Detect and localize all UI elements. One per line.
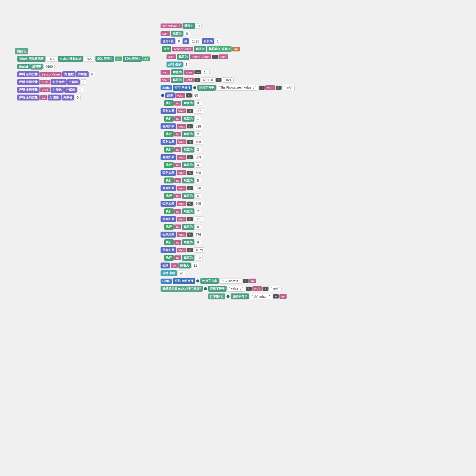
analog-pin[interactable]: A0 — [232, 47, 240, 51]
uv-val9[interactable]: 9 — [195, 240, 201, 245]
str-uvindex1[interactable]: " UV Index = " — [219, 279, 242, 284]
elseif-val6[interactable]: 696 — [194, 186, 203, 191]
elseif-val2[interactable]: 318 — [194, 124, 203, 129]
vout-ref1[interactable]: vout — [265, 85, 275, 90]
delay2-row: 延时 毫秒 20 — [161, 270, 295, 277]
elseif-val10[interactable]: 1079 — [194, 247, 205, 253]
for-from[interactable]: 0 — [176, 39, 182, 44]
elseif-val1[interactable]: 277 — [194, 108, 203, 114]
elseif-val3[interactable]: 408 — [194, 139, 203, 144]
concat-op1: + — [259, 86, 265, 90]
str-photocurrent[interactable]: " The Photocurrent value ：" — [216, 85, 258, 91]
concat4-lbl: 连接字符串 — [231, 293, 249, 299]
for-step[interactable]: 1 — [215, 39, 221, 44]
decl-vout-var[interactable]: vout — [40, 87, 50, 92]
uv-val10[interactable]: 10 — [195, 255, 203, 260]
serial-print1-row: Serial 打印 不换行 连接字符串 " The Photocurrent v… — [161, 84, 295, 91]
elseif-var3[interactable]: vout — [177, 139, 186, 144]
uv-val3[interactable]: 3 — [195, 147, 201, 152]
decl-sum-var[interactable]: sum — [40, 80, 50, 84]
uv-ref2[interactable]: uv — [279, 294, 287, 299]
uv-var6[interactable]: uv — [174, 194, 181, 198]
elseif-var10[interactable]: vout — [177, 248, 186, 252]
sum-op2[interactable]: sum — [219, 54, 228, 59]
sda-pin[interactable]: A4 — [142, 56, 150, 61]
elseif-body5: 执行 uv 赋值为 5 — [164, 177, 295, 184]
vout-var2[interactable]: vout — [161, 78, 170, 82]
elseif-var8[interactable]: vout — [177, 217, 186, 221]
uv-val1[interactable]: 1 — [195, 116, 201, 121]
if-val0[interactable]: 50 — [192, 93, 200, 98]
decl-sv-val[interactable]: 0 — [89, 72, 95, 77]
delay2-val[interactable]: 20 — [177, 271, 185, 276]
div-val[interactable]: 1024 — [222, 77, 233, 83]
elseif-lbl3: 否则如果 — [161, 139, 176, 145]
elseif-val4[interactable]: 503 — [194, 155, 203, 160]
uv-val8[interactable]: 8 — [195, 224, 201, 230]
decl-uv-val[interactable]: 0 — [75, 95, 81, 100]
elseif-var9[interactable]: vout — [177, 232, 186, 237]
elseif-var6[interactable]: vout — [177, 186, 186, 191]
elseif-var4[interactable]: vout — [177, 155, 186, 160]
uv-var1[interactable]: uv — [174, 116, 181, 121]
decl-sum-val[interactable]: 0 — [80, 79, 86, 85]
uv-var10[interactable]: uv — [174, 255, 181, 260]
uv-var8[interactable]: uv — [174, 224, 181, 229]
uv-var4[interactable]: uv — [174, 163, 181, 167]
sv-var2[interactable]: sensorValue — [172, 47, 193, 51]
for-to[interactable]: 1023 — [190, 39, 201, 44]
uv-val5[interactable]: 5 — [195, 178, 201, 183]
lcd-model[interactable]: 1602 — [46, 56, 57, 62]
str-mv2[interactable]: " mV" — [269, 286, 281, 291]
if-var0[interactable]: vout — [175, 93, 185, 98]
elseif-var5[interactable]: vout — [177, 170, 186, 175]
lcd-addr[interactable]: 0x27 — [84, 56, 95, 62]
vout-op1[interactable]: vout — [184, 78, 194, 82]
uv-var7[interactable]: uv — [174, 209, 181, 214]
scl-pin[interactable]: A5 — [115, 56, 122, 61]
uv-ref1[interactable]: uv — [249, 279, 256, 283]
elseif-val7[interactable]: 795 — [194, 201, 203, 206]
vout-var1[interactable]: vout — [161, 70, 170, 75]
sum-var2[interactable]: sum — [166, 54, 176, 59]
str-uvindex2[interactable]: " UV Index = " — [250, 294, 272, 299]
elseif-var2[interactable]: vout — [177, 124, 186, 129]
vout-ref2[interactable]: vout — [252, 286, 262, 291]
assign2-label: 赋值为 — [171, 31, 183, 37]
elseif-val9[interactable]: 976 — [194, 232, 203, 237]
elseif-var1[interactable]: vout — [177, 109, 186, 113]
shift-val[interactable]: 10 — [202, 70, 209, 75]
str-mv1[interactable]: " mV" — [282, 85, 294, 90]
uv-val7[interactable]: 7 — [195, 209, 201, 214]
uv-var3[interactable]: uv — [174, 147, 181, 152]
delay1-val[interactable]: 2 — [183, 62, 189, 67]
elseif-val8[interactable]: 881 — [194, 216, 203, 222]
uv-val-else[interactable]: 11 — [191, 263, 199, 268]
sv-var1[interactable]: sensorValue — [161, 23, 182, 28]
uv-val0[interactable]: 0 — [195, 100, 201, 106]
uv-var5[interactable]: uv — [174, 178, 181, 183]
uv-var-else[interactable]: uv — [171, 263, 178, 268]
sum-val1[interactable]: 0 — [184, 31, 190, 36]
uv-val6[interactable]: 6 — [195, 193, 201, 199]
sv-op1[interactable]: sensorValue — [190, 54, 211, 59]
elseif-var7[interactable]: vout — [177, 201, 186, 206]
mul-val[interactable]: 4980.0 — [201, 77, 215, 83]
str-value[interactable]: " value ：" — [227, 286, 245, 292]
uv-var0[interactable]: uv — [174, 101, 181, 106]
uv-val2[interactable]: 2 — [195, 131, 201, 137]
concat-op4: + — [246, 287, 252, 291]
elseif-val5[interactable]: 606 — [194, 170, 203, 175]
decl-sv-var[interactable]: sensorValue — [40, 72, 62, 77]
baud-val[interactable]: 9600 — [43, 64, 55, 69]
assign-uv10: 赋值为 — [182, 255, 194, 261]
uv-var9[interactable]: uv — [174, 240, 181, 245]
sum-var1[interactable]: sum — [161, 31, 170, 36]
uv-var2[interactable]: uv — [174, 132, 181, 136]
decl-vout-val[interactable]: 0 — [77, 87, 83, 92]
uv-val4[interactable]: 4 — [195, 162, 201, 168]
sv-val1[interactable]: 0 — [196, 23, 202, 29]
decl-uv-var[interactable]: uv — [40, 95, 47, 100]
elseif-row10: 否则如果 vout < 1079 — [161, 246, 295, 254]
sum-op3[interactable]: sum — [184, 70, 194, 75]
